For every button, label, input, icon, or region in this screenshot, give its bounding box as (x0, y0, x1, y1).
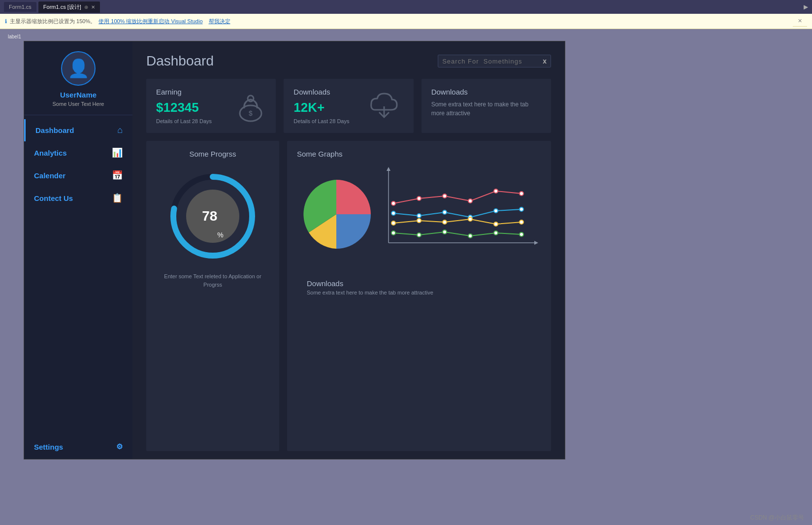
username-label: UserName (60, 91, 97, 99)
card-progress: Some Progrss (146, 141, 279, 451)
tab-pin-icon: ⊕ (84, 4, 88, 10)
settings-icon: ⚙ (116, 442, 123, 451)
pie-chart (297, 175, 376, 254)
svg-point-27 (391, 231, 395, 235)
tab-close-icon[interactable]: ✕ (91, 4, 95, 10)
search-wrap: x (438, 55, 551, 67)
bottom-row: Some Progrss (146, 141, 551, 451)
pie-chart-wrap (297, 164, 376, 264)
svg-point-11 (443, 194, 447, 198)
tab-form1cs-label: Form1.cs (9, 4, 32, 10)
card-earning: Earning $12345 Details of Last 28 Days $ (146, 79, 276, 133)
settings-label: Settings (34, 443, 63, 451)
form-area: label1 👤 UserName Some User Text Here Da… (0, 29, 812, 525)
svg-point-9 (391, 201, 395, 205)
vs-main: label1 👤 UserName Some User Text Here Da… (0, 29, 812, 525)
svg-point-1 (248, 96, 254, 101)
progress-value: 78 (202, 208, 217, 224)
sidebar-item-contact[interactable]: Contect Us 📋 (24, 187, 132, 209)
cards-row: Earning $12345 Details of Last 28 Days $ (146, 79, 551, 133)
user-subtitle: Some User Text Here (53, 101, 104, 107)
sidebar-item-analytics[interactable]: Analytics 📊 (24, 141, 132, 164)
card-downloads-text: Downloads Some extra text here to make t… (422, 79, 551, 133)
main-content: Dashboard x Earning $12345 (132, 41, 565, 459)
nav-label-analytics: Analytics (34, 149, 112, 157)
card-downloads-icon-wrap (366, 88, 406, 124)
svg-point-30 (468, 234, 472, 238)
progress-ring: 78 % (168, 172, 257, 261)
bottom-downloads-subtitle: Some extra text here to make the tab mor… (307, 290, 531, 295)
sidebar-bottom: Settings ⚙ (24, 434, 132, 459)
svg-point-17 (443, 210, 447, 214)
graphs-section-title: Some Graphs (297, 150, 541, 158)
svg-point-10 (417, 197, 421, 200)
svg-point-20 (520, 207, 523, 211)
csdn-watermark: CSDN @小白鼠零号 (750, 514, 804, 522)
info-link-decide[interactable]: 帮我决定 (209, 18, 230, 25)
svg-point-25 (494, 222, 498, 226)
user-icon: 👤 (67, 58, 90, 79)
nav-label-contact: Contect Us (34, 194, 112, 202)
svg-point-19 (494, 209, 498, 213)
search-input[interactable] (442, 58, 541, 65)
svg-point-15 (391, 211, 395, 215)
sidebar-item-calender[interactable]: Calender 📅 (24, 164, 132, 187)
info-text: 主显示器缩放比例已设置为 150%。 (10, 18, 96, 25)
line-chart-wrap (384, 164, 541, 264)
sidebar-item-settings[interactable]: Settings ⚙ (34, 442, 123, 451)
vs-chrome: Form1.cs Form1.cs [设计] ⊕ ✕ ▶ ℹ 主显示器缩放比例已… (0, 0, 812, 525)
calendar-icon: 📅 (112, 170, 123, 181)
tab-scroll-end: ▶ (804, 3, 808, 10)
svg-point-31 (494, 231, 498, 235)
svg-point-16 (417, 214, 421, 218)
page-title: Dashboard (146, 53, 214, 69)
progress-label: Enter some Text releted to Application o… (156, 272, 269, 289)
contact-icon: 📋 (112, 193, 123, 203)
card-downloads-text-title: Downloads (431, 88, 541, 96)
card-downloads: Downloads 12K+ Details of Last 28 Days (284, 79, 413, 133)
info-icon: ℹ (5, 18, 7, 25)
tab-form1cs[interactable]: Form1.cs (4, 2, 36, 12)
svg-point-22 (417, 219, 421, 223)
analytics-icon: 📊 (112, 147, 123, 158)
progress-center: 78 % (188, 192, 237, 241)
svg-point-23 (443, 220, 447, 224)
card-graphs: Some Graphs (287, 141, 551, 451)
form-body: 👤 UserName Some User Text Here Dashboard… (24, 41, 565, 459)
svg-point-32 (520, 232, 523, 236)
topbar: Dashboard x (146, 53, 551, 69)
svg-point-13 (494, 189, 498, 193)
progress-section-title: Some Progrss (189, 150, 236, 158)
home-icon: ⌂ (117, 125, 123, 135)
card-earning-icon-wrap: $ (233, 88, 268, 124)
info-banner: ℹ 主显示器缩放比例已设置为 150%。 使用 100% 缩放比例重新启动 Vi… (0, 14, 812, 29)
svg-point-12 (468, 199, 472, 203)
svg-point-14 (520, 192, 523, 196)
svg-text:$: $ (249, 109, 253, 117)
vs-titlebar: Form1.cs Form1.cs [设计] ⊕ ✕ ▶ (0, 0, 812, 14)
cloud-download-icon (366, 88, 406, 122)
money-bag-icon: $ (233, 88, 268, 122)
info-close-icon[interactable]: ✕ (793, 16, 807, 27)
info-link-restart[interactable]: 使用 100% 缩放比例重新启动 Visual Studio (98, 18, 202, 25)
svg-point-21 (391, 221, 395, 225)
sidebar: 👤 UserName Some User Text Here Dashboard… (24, 41, 132, 459)
bottom-downloads-title: Downloads (307, 279, 531, 288)
nav-label-calender: Calender (34, 171, 112, 180)
dashboard-form: 👤 UserName Some User Text Here Dashboard… (24, 41, 565, 459)
graphs-content (297, 164, 541, 264)
svg-point-28 (417, 233, 421, 237)
avatar: 👤 (61, 51, 96, 86)
line-chart (384, 164, 541, 262)
bottom-downloads-card: Downloads Some extra text here to make t… (297, 272, 541, 302)
nav-label-dashboard: Dashboard (35, 126, 117, 134)
sidebar-item-dashboard[interactable]: Dashboard ⌂ (24, 119, 132, 141)
search-clear-button[interactable]: x (543, 57, 547, 65)
tab-form1cs-design[interactable]: Form1.cs [设计] ⊕ ✕ (38, 1, 100, 13)
svg-point-29 (443, 230, 447, 234)
progress-percent: % (217, 231, 223, 239)
form-label: label1 (7, 34, 22, 39)
tab-form1cs-design-label: Form1.cs [设计] (43, 3, 81, 11)
svg-point-26 (520, 220, 523, 224)
card-downloads-extra-text: Some extra text here to make the tab mor… (431, 100, 541, 118)
